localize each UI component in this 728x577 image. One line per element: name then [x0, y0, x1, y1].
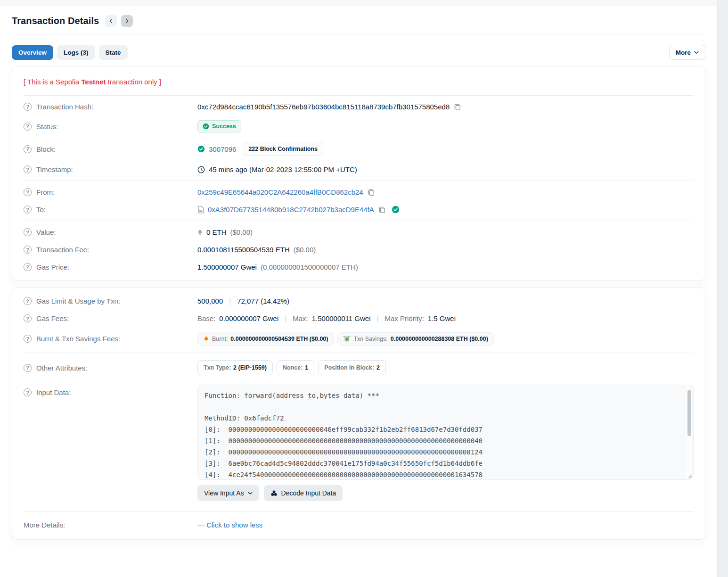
row-transaction-hash: ? Transaction Hash: 0xc72d984ccac6190b5f… — [24, 98, 694, 115]
row-gas-fees: ? Gas Fees: Base: 0.000000007 Gwei | Max… — [24, 310, 694, 327]
page-header: Transaction Details — [12, 11, 705, 27]
input-data-label: Input Data: — [36, 388, 71, 396]
separator: | — [227, 297, 233, 305]
divider — [24, 353, 694, 353]
textarea-scrollbar[interactable] — [686, 386, 692, 478]
chevron-left-icon — [108, 18, 114, 24]
input-data-line: [1]: 00000000000000000000000000000000000… — [204, 435, 680, 446]
testnet-warning-prefix: [ This is a Sepolia — [24, 78, 81, 86]
help-icon[interactable]: ? — [24, 364, 32, 372]
chevron-down-icon — [248, 492, 253, 495]
max-priority-label: Max Priority: — [384, 314, 424, 322]
overview-card: [ This is a Sepolia Testnet transaction … — [12, 66, 705, 281]
separator: | — [375, 314, 381, 322]
help-icon[interactable]: ? — [24, 263, 32, 271]
gas-limit-label: Gas Limit & Usage by Txn: — [36, 297, 120, 305]
help-icon[interactable]: ? — [24, 246, 32, 254]
copy-icon[interactable] — [378, 206, 386, 214]
help-icon[interactable]: ? — [24, 388, 32, 396]
tab-state[interactable]: State — [99, 45, 128, 60]
max-priority-value: 1.5 Gwei — [428, 314, 456, 322]
testnet-warning-bold: Testnet — [81, 78, 106, 86]
nonce-value: 1 — [305, 364, 308, 371]
eth-icon — [197, 229, 203, 236]
burnt-savings-label: Burnt & Txn Savings Fees: — [36, 335, 120, 343]
row-burnt-savings: ? Burnt & Txn Savings Fees: Burnt: 0.000… — [24, 327, 694, 350]
verified-check-circle-icon — [392, 206, 400, 214]
more-button[interactable]: More — [669, 45, 705, 60]
burnt-label: Burnt: — [212, 336, 228, 342]
gas-usage-value: 72,077 (14.42%) — [237, 297, 289, 305]
gas-limit-value: 500,000 — [197, 297, 223, 305]
to-address-link[interactable]: 0xA3f07D6773514480b918C2742b027b3acD9E44… — [208, 206, 374, 214]
help-icon[interactable]: ? — [24, 123, 32, 131]
row-gas-limit-usage: ? Gas Limit & Usage by Txn: 500,000 | 72… — [24, 292, 694, 310]
help-icon[interactable]: ? — [24, 297, 32, 305]
row-to: ? To: 0xA3f07D6773514480b918C2742b027b3a… — [24, 201, 694, 218]
position-in-block-value: 2 — [376, 364, 380, 371]
row-status: ? Status: Success — [24, 115, 694, 137]
from-address-link[interactable]: 0x259c49E65644a020C2A642260a4ffB0CD862cb… — [197, 188, 363, 196]
row-other-attributes: ? Other Attributes: Txn Type: 2 (EIP-155… — [24, 355, 694, 380]
base-fee-value: 0.000000007 Gwei — [219, 314, 278, 322]
decode-input-data-button[interactable]: Decode Input Data — [264, 485, 343, 501]
row-value: ? Value: 0 ETH ($0.00) — [24, 223, 694, 241]
input-data-textarea[interactable]: Function: forward(address to,bytes data)… — [197, 385, 694, 480]
help-icon[interactable]: ? — [24, 206, 32, 214]
show-less-toggle-link[interactable]: — Click to show less — [197, 521, 262, 529]
tab-logs[interactable]: Logs (3) — [57, 45, 95, 60]
help-icon[interactable]: ? — [24, 314, 32, 322]
view-input-as-button[interactable]: View Input As — [197, 485, 259, 501]
value-usd: ($0.00) — [230, 228, 253, 236]
check-circle-icon — [203, 123, 209, 130]
copy-icon[interactable] — [453, 103, 461, 111]
row-block: ? Block: 3007096 222 Block Confirmations — [24, 137, 694, 161]
check-circle-icon — [197, 145, 205, 153]
next-transaction-button[interactable] — [121, 15, 133, 27]
input-data-line: Function: forward(address to,bytes data)… — [204, 390, 680, 401]
chevron-right-icon — [124, 18, 130, 24]
txn-type-value: 2 (EIP-1559) — [233, 364, 267, 371]
page-scrollbar[interactable] — [717, 0, 728, 577]
input-data-line — [204, 401, 680, 412]
testnet-warning: [ This is a Sepolia Testnet transaction … — [24, 69, 694, 93]
tab-overview[interactable]: Overview — [12, 45, 53, 60]
transaction-fee-amount: 0.000108115500504539 ETH — [197, 246, 290, 254]
nonce-badge: Nonce: 1 — [277, 360, 314, 375]
copy-icon[interactable] — [367, 188, 375, 196]
block-label: Block: — [36, 145, 56, 153]
help-icon[interactable]: ? — [24, 165, 32, 173]
gas-price-amount: 1.500000007 Gwei — [197, 263, 257, 271]
transaction-hash-label: Transaction Hash: — [36, 103, 93, 111]
clock-icon — [197, 166, 205, 173]
help-icon[interactable]: ? — [24, 103, 32, 111]
textarea-scrollbar-thumb[interactable] — [687, 390, 691, 436]
more-button-label: More — [676, 49, 691, 56]
other-attributes-label: Other Attributes: — [36, 364, 87, 372]
chevron-down-icon — [694, 51, 699, 54]
input-data-line: [3]: 6ae0bc76cad4d5c94802dddc370041e175f… — [204, 458, 680, 469]
timestamp-label: Timestamp: — [36, 165, 73, 173]
divider — [24, 181, 694, 181]
help-icon[interactable]: ? — [24, 335, 32, 343]
resize-grip[interactable] — [687, 473, 693, 479]
row-gas-price: ? Gas Price: 1.500000007 Gwei (0.0000000… — [24, 258, 694, 276]
timestamp-value: 45 mins ago (Mar-02-2023 12:55:00 PM +UT… — [209, 165, 357, 173]
help-icon[interactable]: ? — [24, 228, 32, 236]
max-fee-value: 1.500000011 Gwei — [312, 314, 371, 322]
previous-transaction-button[interactable] — [105, 15, 117, 27]
row-from: ? From: 0x259c49E65644a020C2A642260a4ffB… — [24, 183, 694, 201]
divider — [24, 95, 694, 96]
more-details-label: More Details: — [24, 521, 65, 529]
row-timestamp: ? Timestamp: 45 mins ago (Mar-02-2023 12… — [24, 161, 694, 178]
money-wings-icon: $ — [343, 336, 351, 342]
status-badge-label: Success — [212, 123, 236, 130]
details-card: ? Gas Limit & Usage by Txn: 500,000 | 72… — [12, 287, 705, 540]
status-label: Status: — [36, 123, 58, 131]
block-number-link[interactable]: 3007096 — [209, 145, 236, 153]
txn-savings-badge: $ Txn Savings: 0.000000000000288308 ETH … — [337, 332, 493, 346]
txn-savings-value: 0.000000000000288308 ETH ($0.00) — [391, 336, 488, 342]
help-icon[interactable]: ? — [24, 145, 32, 153]
help-icon[interactable]: ? — [24, 188, 32, 196]
value-amount: 0 ETH — [206, 228, 227, 236]
